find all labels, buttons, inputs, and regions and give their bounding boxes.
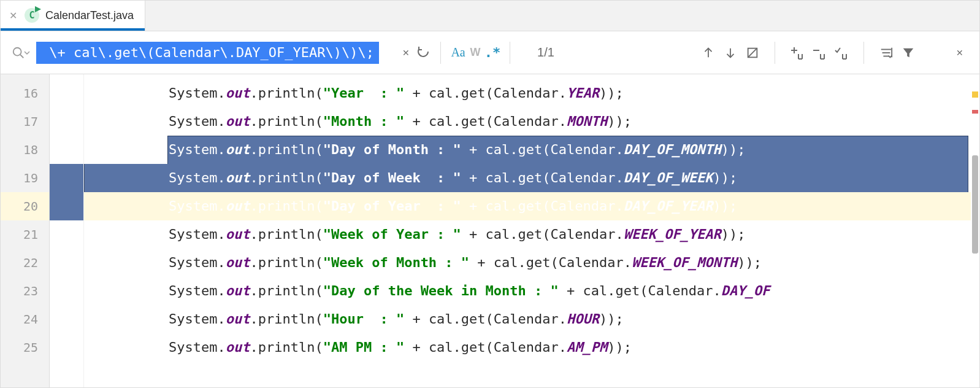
filter-list-icon[interactable] [878, 44, 895, 61]
close-find-icon[interactable]: ✕ [951, 44, 968, 61]
fold-strip [50, 74, 84, 387]
select-all-matches-icon[interactable] [744, 44, 761, 61]
code-area[interactable]: System.out.println("Year : " + cal.get(C… [84, 74, 979, 387]
next-match-icon[interactable] [722, 44, 739, 61]
editor-tab-bar: ✕ C CalendarTest.java [1, 1, 979, 31]
code-line[interactable]: System.out.println("Day of Month : " + c… [84, 136, 979, 164]
search-input[interactable]: \+ cal\.get\(Calendar\.DAY_OF_YEAR\)\)\; [36, 42, 379, 64]
add-selection-icon[interactable] [789, 44, 806, 61]
line-number: 24 [1, 305, 49, 333]
line-number: 22 [1, 249, 49, 277]
code-line[interactable]: System.out.println("Day of the Week in M… [84, 277, 979, 305]
tab-filename: CalendarTest.java [45, 9, 134, 22]
scrollbar-thumb[interactable] [972, 155, 978, 254]
code-line[interactable]: System.out.println("Year : " + cal.get(C… [84, 79, 979, 107]
select-all-occurrences-icon[interactable] [833, 44, 850, 61]
regex-toggle[interactable]: .* [484, 44, 501, 61]
svg-marker-0 [35, 6, 41, 12]
line-number: 19 [1, 164, 49, 192]
code-line[interactable]: System.out.println("Week of Month : " + … [84, 249, 979, 277]
match-case-toggle[interactable]: Aa [450, 44, 467, 61]
code-line[interactable]: System.out.println("AM PM : " + cal.get(… [84, 333, 979, 362]
code-line[interactable]: System.out.println("Month : " + cal.get(… [84, 107, 979, 136]
close-tab-icon[interactable]: ✕ [9, 10, 17, 21]
match-count: 1/1 [519, 45, 573, 60]
code-editor[interactable]: 16171819202122232425 System.out.println(… [1, 74, 979, 387]
error-marker[interactable] [972, 110, 978, 114]
editor-tab[interactable]: ✕ C CalendarTest.java [1, 0, 145, 31]
line-number: 25 [1, 333, 49, 362]
line-number: 23 [1, 277, 49, 305]
java-class-icon: C [25, 8, 39, 23]
line-number: 17 [1, 107, 49, 136]
line-number: 21 [1, 220, 49, 249]
svg-line-2 [20, 54, 24, 58]
error-stripe[interactable] [971, 74, 979, 387]
find-toolbar: \+ cal\.get\(Calendar\.DAY_OF_YEAR\)\)\;… [1, 31, 979, 74]
line-number: 16 [1, 79, 49, 107]
filter-icon[interactable] [900, 44, 917, 61]
clear-search-icon[interactable]: ✕ [397, 44, 415, 61]
code-line[interactable]: System.out.println("Day of Year : " + ca… [84, 192, 979, 220]
prev-match-icon[interactable] [700, 44, 717, 61]
code-line[interactable]: System.out.println("Week of Year : " + c… [84, 220, 979, 249]
line-number-gutter: 16171819202122232425 [1, 74, 50, 387]
code-line[interactable]: System.out.println("Hour : " + cal.get(C… [84, 305, 979, 333]
whole-word-toggle[interactable]: W [467, 44, 484, 61]
ide-window: ✕ C CalendarTest.java \+ cal\.get\(Calen… [0, 0, 980, 388]
code-line[interactable]: System.out.println("Day of Week : " + ca… [84, 164, 979, 192]
remove-selection-icon[interactable] [811, 44, 828, 61]
search-history-icon[interactable] [415, 44, 432, 61]
svg-point-1 [13, 47, 21, 55]
search-icon[interactable] [12, 46, 30, 60]
line-number: 18 [1, 136, 49, 164]
line-number: 20 [1, 192, 49, 220]
warning-marker[interactable] [972, 91, 978, 98]
